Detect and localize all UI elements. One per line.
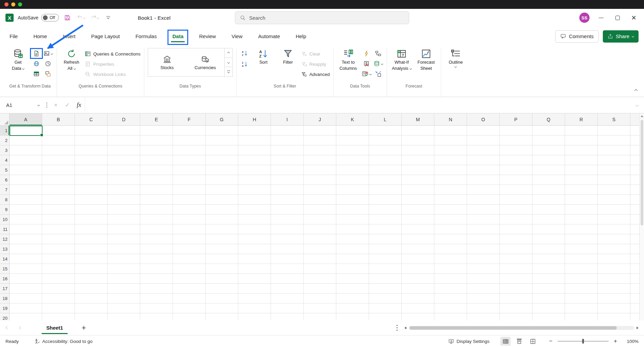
column-header-S[interactable]: S xyxy=(598,113,630,125)
autosave-toggle[interactable]: Off xyxy=(41,14,59,21)
row-header-5[interactable]: 5 xyxy=(0,165,9,175)
zoom-slider[interactable] xyxy=(558,341,609,342)
name-box[interactable]: A1 xyxy=(0,97,44,113)
display-settings-button[interactable]: Display Settings xyxy=(448,338,489,344)
recent-sources-button[interactable] xyxy=(43,59,53,68)
queries-connections-button[interactable]: Queries & Connections xyxy=(85,49,141,59)
advanced-filter-button[interactable]: Advanced xyxy=(301,69,330,79)
horizontal-scroll-track[interactable] xyxy=(409,326,634,330)
zoom-slider-thumb[interactable] xyxy=(582,339,584,344)
relationships-button[interactable] xyxy=(373,49,383,58)
row-header-18[interactable]: 18 xyxy=(0,294,9,303)
clear-filter-button[interactable]: Clear xyxy=(301,49,330,59)
horizontal-scroll-thumb[interactable] xyxy=(409,326,617,330)
zoom-out-button[interactable]: − xyxy=(547,338,554,345)
workbook-links-button[interactable]: Workbook Links xyxy=(85,69,141,79)
row-header-19[interactable]: 19 xyxy=(0,303,9,313)
outline-button[interactable]: Outline xyxy=(445,48,467,67)
comments-button[interactable]: Comments xyxy=(555,30,599,43)
refresh-all-button[interactable]: Refresh All xyxy=(60,48,83,71)
accessibility-status[interactable]: Accessibility: Good to go xyxy=(34,338,93,344)
from-text-csv-button[interactable] xyxy=(31,49,42,58)
column-header-R[interactable]: R xyxy=(565,113,598,125)
cancel-button[interactable]: × xyxy=(50,97,62,113)
column-header-M[interactable]: M xyxy=(402,113,434,125)
search-input[interactable]: Search xyxy=(235,11,409,24)
from-table-range-button[interactable] xyxy=(31,69,42,79)
column-header-C[interactable]: C xyxy=(75,113,108,125)
gallery-down-button[interactable] xyxy=(225,58,232,67)
previous-sheet-button[interactable] xyxy=(6,326,9,330)
redo-button[interactable] xyxy=(90,13,100,23)
cells-area[interactable] xyxy=(10,126,639,320)
tab-insert[interactable]: Insert xyxy=(62,31,76,41)
column-header-D[interactable]: D xyxy=(108,113,140,125)
from-web-button[interactable] xyxy=(31,59,42,68)
tab-review[interactable]: Review xyxy=(198,31,216,41)
close-traffic-light[interactable] xyxy=(4,2,9,6)
what-if-analysis-button[interactable]: ? What-If Analysis xyxy=(390,48,413,71)
text-to-columns-button[interactable]: Text to Columns xyxy=(337,48,359,71)
tab-home[interactable]: Home xyxy=(33,31,48,41)
excel-app-icon[interactable]: X xyxy=(5,14,14,22)
tab-page-layout[interactable]: Page Layout xyxy=(91,31,120,41)
enter-button[interactable]: ✓ xyxy=(62,97,73,113)
flash-fill-button[interactable] xyxy=(361,49,372,58)
column-header-J[interactable]: J xyxy=(304,113,336,125)
row-header-1[interactable]: 1 xyxy=(0,126,9,136)
minimize-traffic-light[interactable] xyxy=(11,2,15,6)
add-sheet-button[interactable]: + xyxy=(79,323,89,333)
column-header-G[interactable]: G xyxy=(206,113,238,125)
forecast-sheet-button[interactable]: Forecast Sheet xyxy=(415,48,437,71)
row-header-17[interactable]: 17 xyxy=(0,284,9,294)
row-header-13[interactable]: 13 xyxy=(0,244,9,254)
collapse-ribbon-button[interactable] xyxy=(635,87,637,93)
tab-formulas[interactable]: Formulas xyxy=(135,31,158,41)
remove-duplicates-button[interactable] xyxy=(361,59,372,68)
zoom-traffic-light[interactable] xyxy=(18,2,22,6)
vertical-scroll-thumb[interactable] xyxy=(641,120,643,225)
sheet-tab-sheet1[interactable]: Sheet1 xyxy=(39,320,70,335)
scroll-right-icon[interactable] xyxy=(637,327,639,329)
row-header-8[interactable]: 8 xyxy=(0,195,9,205)
properties-button[interactable]: Properties xyxy=(85,59,141,69)
select-all-corner[interactable] xyxy=(0,113,10,126)
page-break-view-button[interactable] xyxy=(528,337,538,346)
scroll-left-icon[interactable] xyxy=(404,327,406,329)
data-validation-button[interactable] xyxy=(361,69,372,79)
gallery-up-button[interactable] xyxy=(225,48,232,58)
formula-input[interactable] xyxy=(85,97,630,113)
row-header-15[interactable]: 15 xyxy=(0,264,9,274)
gallery-more-button[interactable] xyxy=(225,67,232,76)
from-picture-button[interactable] xyxy=(43,49,53,58)
get-data-button[interactable]: Get Data xyxy=(7,48,29,71)
expand-formula-bar-button[interactable] xyxy=(630,97,644,113)
column-header-H[interactable]: H xyxy=(238,113,271,125)
stocks-button[interactable]: Stocks xyxy=(148,48,186,76)
row-header-2[interactable]: 2 xyxy=(0,136,9,145)
existing-connections-button[interactable] xyxy=(43,69,53,79)
row-header-11[interactable]: 11 xyxy=(0,224,9,234)
column-header-O[interactable]: O xyxy=(467,113,500,125)
row-header-10[interactable]: 10 xyxy=(0,215,9,224)
column-header-A[interactable]: A xyxy=(10,113,42,125)
sort-az-button[interactable]: AZ xyxy=(240,49,250,58)
undo-button[interactable] xyxy=(76,13,86,23)
column-header-B[interactable]: B xyxy=(42,113,75,125)
normal-view-button[interactable] xyxy=(500,337,511,346)
tab-automate[interactable]: Automate xyxy=(257,31,280,41)
vertical-scrollbar[interactable] xyxy=(639,113,644,320)
consolidate-button[interactable] xyxy=(373,69,383,79)
column-header-E[interactable]: E xyxy=(140,113,173,125)
share-button[interactable]: Share xyxy=(603,30,639,43)
maximize-button[interactable] xyxy=(613,13,622,22)
minimize-button[interactable] xyxy=(596,13,606,22)
column-header-F[interactable]: F xyxy=(173,113,206,125)
filter-button[interactable]: Filter xyxy=(277,48,299,65)
manage-data-model-button[interactable] xyxy=(373,59,383,68)
sheet-options-button[interactable] xyxy=(397,325,405,331)
insert-function-button[interactable]: fx xyxy=(73,97,85,113)
close-button[interactable]: × xyxy=(629,13,639,22)
tab-view[interactable]: View xyxy=(231,31,243,41)
horizontal-scrollbar[interactable] xyxy=(404,326,639,330)
